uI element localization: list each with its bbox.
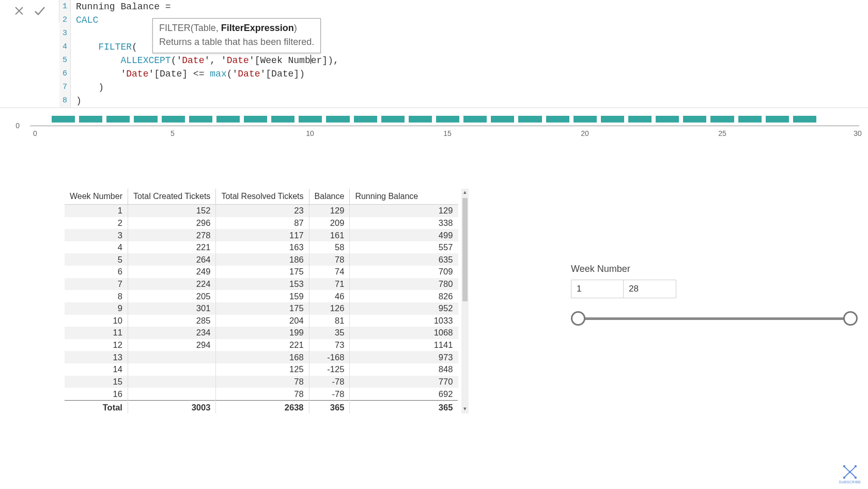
chart-bar [793,116,816,123]
formula-cancel-button[interactable] [12,4,26,18]
table-row[interactable]: 12294221731141 [65,339,458,352]
cell: 186 [216,253,309,266]
cell: 1033 [350,315,458,327]
cell [128,363,215,376]
table-row[interactable]: 14125-125848 [65,363,458,376]
cell: 153 [216,278,309,291]
cell: 7 [65,278,128,291]
chart-bar [326,116,349,123]
cell: 199 [216,327,309,339]
cell: 234 [128,327,215,339]
cell: 12 [65,339,128,352]
chart-bar [628,116,652,123]
table-row[interactable]: 722415371780 [65,278,458,291]
x-tick-10: 10 [306,129,314,137]
cell: 46 [309,290,350,302]
cell: 15 [65,376,128,388]
table-row[interactable]: 10285204811033 [65,315,458,327]
cell: 163 [216,241,309,254]
cell: 278 [128,229,215,241]
table-row[interactable]: 820515946826 [65,290,458,302]
table-row[interactable]: 422116358557 [65,241,458,254]
slider-line [578,317,850,320]
chart-bar [436,116,459,123]
scroll-up-button[interactable]: ▴ [461,189,469,197]
scrollbar[interactable]: ▴ ▾ [461,189,469,414]
col-header-resolved[interactable]: Total Resolved Tickets [216,189,309,205]
cell: 126 [309,302,350,315]
chart-bar [491,116,514,123]
chart-bar [52,116,75,123]
slicer-min-input[interactable] [571,280,624,298]
subscribe-logo: SUBSCRIBE [837,464,863,484]
chart-bar [518,116,541,123]
cell: 6 [65,266,128,278]
cell: 73 [309,339,350,352]
close-icon [13,5,25,17]
week-number-slicer[interactable]: Week Number [571,264,858,329]
code-line-7: ) [71,81,104,94]
cell: 71 [309,278,350,291]
scroll-thumb[interactable] [462,198,468,301]
cell: 10 [65,315,128,327]
chart-bar [574,116,597,123]
cell: 58 [309,241,350,254]
col-header-running[interactable]: Running Balance [350,189,458,205]
chart-bar [299,116,322,123]
table-row[interactable]: 1678-78692 [65,388,458,400]
cell: 205 [128,290,215,302]
cell: 23 [216,205,309,217]
table-row[interactable]: 9301175126952 [65,302,458,315]
table-row[interactable]: 229687209338 [65,217,458,230]
table-row[interactable]: 13168-168973 [65,351,458,363]
cell: 168 [216,351,309,363]
cell: 161 [309,229,350,241]
col-header-balance[interactable]: Balance [309,189,350,205]
col-header-created[interactable]: Total Created Tickets [128,189,215,205]
cell: 4 [65,241,128,254]
table-row[interactable]: 624917574709 [65,266,458,278]
chart-bar [683,116,706,123]
cell: 1 [65,205,128,217]
chart-bar [463,116,487,123]
cell: 296 [128,217,215,230]
cell: 338 [350,217,458,230]
cell: 848 [350,363,458,376]
code-line-1: Running Balance = [71,0,171,13]
chart-bars [52,116,816,123]
cell: 770 [350,376,458,388]
range-slider[interactable] [571,308,858,329]
cell: 973 [350,351,458,363]
chart-bar [601,116,624,123]
cell: 125 [216,363,309,376]
cell: 8 [65,290,128,302]
code-line-6: 'Date'[Date] <= max('Date'[Date]) [71,67,305,81]
table-row[interactable]: 115223129129 [65,205,458,217]
chart-bar [271,116,295,123]
table-row[interactable]: 3278117161499 [65,229,458,241]
cell: 74 [309,266,350,278]
cell: 249 [128,266,215,278]
intellisense-tooltip: FILTER(Table, FilterExpression) Returns … [152,18,321,53]
table-row[interactable]: 11234199351068 [65,327,458,339]
table-row[interactable]: 526418678635 [65,253,458,266]
chart-bar [244,116,267,123]
table-visual[interactable]: Week Number Total Created Tickets Total … [65,189,473,414]
col-header-week[interactable]: Week Number [65,189,128,205]
x-tick-30: 30 [854,129,862,137]
slider-handle-max[interactable] [843,311,858,326]
chart-bar [354,116,377,123]
y-tick-0: 0 [0,121,20,130]
cell: 780 [350,278,458,291]
dax-editor[interactable]: 1Running Balance = 2CALC 3 4 FILTER( 5 A… [59,0,868,108]
cell: 1068 [350,327,458,339]
formula-commit-button[interactable] [33,4,47,18]
code-line-5: ALLEXCEPT('Date', 'Date'[Week Number]), [71,54,339,67]
cell: 264 [128,253,215,266]
table-row[interactable]: 1578-78770 [65,376,458,388]
chart-bar [381,116,405,123]
cell: -78 [309,388,350,400]
slider-handle-min[interactable] [571,311,585,326]
scroll-down-button[interactable]: ▾ [461,405,469,414]
slicer-max-input[interactable] [624,280,676,298]
